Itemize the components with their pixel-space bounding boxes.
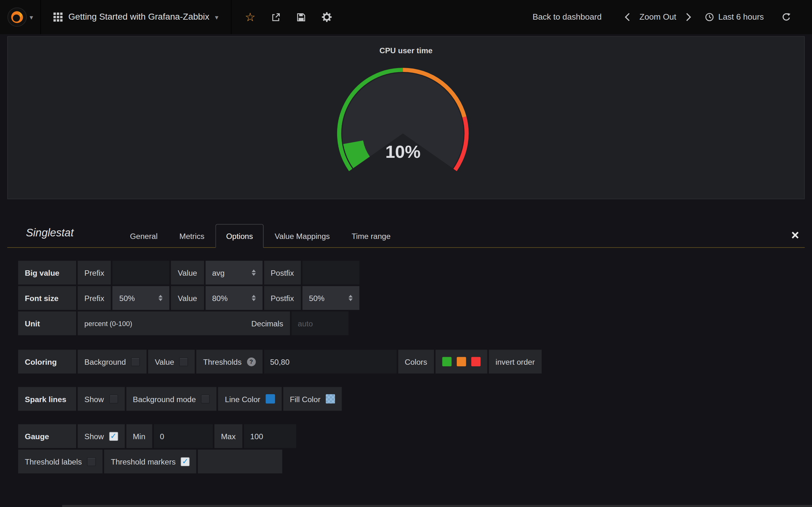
big-value-stat-select[interactable]: avg [206, 261, 263, 285]
select-caret-icon [252, 295, 256, 301]
tab-time-range[interactable]: Time range [341, 224, 402, 248]
big-value-row: Big value Prefix Value avg Postfix [18, 261, 359, 285]
threshold-markers-cell: Threshold markers ✓ [104, 450, 196, 473]
spark-background-mode-cell: Background mode [126, 387, 217, 411]
dashboard-title-dropdown[interactable]: Getting Started with Grafana-Zabbix ▾ [41, 0, 231, 34]
refresh-button[interactable] [781, 12, 792, 22]
big-value-postfix-label: Postfix [264, 261, 301, 285]
gauge-min-input[interactable] [160, 432, 206, 441]
coloring-row-label: Coloring [18, 350, 76, 374]
close-editor-button[interactable] [789, 229, 801, 240]
colors-label-cell: Colors [398, 350, 434, 374]
gauge-value-text: 10% [325, 142, 480, 162]
empty-filler-cell [198, 450, 282, 473]
tab-value-mappings[interactable]: Value Mappings [264, 224, 341, 248]
decimals-input-cell [292, 312, 349, 335]
save-dashboard-button[interactable] [296, 12, 306, 22]
star-icon: ☆ [245, 11, 256, 23]
star-dashboard-button[interactable]: ☆ [245, 11, 256, 23]
coloring-value-cell: Value [148, 350, 195, 374]
thresholds-label-cell: Thresholds ? [196, 350, 262, 374]
gauge-show-cell: Show ✓ [78, 424, 125, 448]
save-icon [296, 12, 306, 22]
big-value-row-label: Big value [18, 261, 76, 285]
gauge-row: Gauge Show ✓ Min Max [18, 424, 296, 448]
gauge-min-input-cell [154, 424, 212, 448]
threshold-toggles-row: Threshold labels Threshold markers ✓ [18, 450, 296, 473]
big-value-postfix-input[interactable] [308, 268, 353, 277]
threshold-color-swatch-orange[interactable] [457, 357, 466, 366]
spark-fill-color-cell: Fill Color [283, 387, 342, 411]
spark-background-mode-checkbox[interactable] [201, 395, 210, 403]
share-dashboard-button[interactable] [271, 12, 281, 22]
grafana-app: ▾ Getting Started with Grafana-Zabbix ▾ … [0, 0, 812, 507]
chevron-right-icon [686, 12, 692, 21]
tab-general[interactable]: General [119, 224, 169, 248]
coloring-value-checkbox[interactable] [179, 357, 188, 366]
dashboard-settings-button[interactable] [322, 12, 332, 22]
decimals-input[interactable] [298, 319, 342, 328]
font-size-postfix-label: Postfix [264, 286, 301, 310]
spark-lines-row-label: Spark lines [18, 387, 76, 411]
spark-show-cell: Show [78, 387, 125, 411]
help-icon[interactable]: ? [247, 357, 256, 366]
fill-color-swatch[interactable] [326, 394, 335, 403]
font-size-row: Font size Prefix 50% Value 80% Postfix 5… [18, 286, 359, 310]
gauge-max-input[interactable] [250, 432, 290, 441]
threshold-markers-checkbox[interactable]: ✓ [181, 457, 190, 466]
gauge-show-checkbox[interactable]: ✓ [109, 432, 118, 441]
time-shift-left-button[interactable] [624, 12, 630, 21]
select-caret-icon [159, 295, 163, 301]
time-range-label: Last 6 hours [718, 12, 764, 21]
font-size-postfix-select[interactable]: 50% [302, 286, 359, 310]
tab-metrics[interactable]: Metrics [168, 224, 215, 248]
dashboard-title: Getting Started with Grafana-Zabbix [68, 12, 209, 22]
singlestat-panel: CPU user time 10% [7, 36, 805, 199]
gauge-options-group: Gauge Show ✓ Min Max Threshold labels Th… [18, 424, 296, 473]
zoom-out-button[interactable]: Zoom Out [640, 12, 676, 21]
share-icon [271, 12, 281, 22]
font-size-prefix-select[interactable]: 50% [113, 286, 170, 310]
big-value-prefix-label: Prefix [78, 261, 111, 285]
coloring-background-checkbox[interactable] [131, 357, 140, 366]
panel-type-title: Singlestat [26, 227, 74, 239]
chevron-left-icon [624, 12, 630, 21]
next-section-edge [62, 505, 812, 507]
big-value-prefix-input[interactable] [119, 268, 163, 277]
coloring-row: Coloring Background Value Thresholds ? C… [18, 350, 542, 374]
spark-lines-group: Spark lines Show Background mode Line Co… [18, 387, 342, 411]
panel-editor-header: Singlestat General Metrics Options Value… [7, 222, 805, 248]
gauge-min-label: Min [126, 424, 152, 448]
threshold-color-swatch-green[interactable] [442, 357, 451, 366]
time-shift-right-button[interactable] [686, 12, 692, 21]
big-value-prefix-input-cell [113, 261, 170, 285]
threshold-color-swatch-red[interactable] [471, 357, 480, 366]
logo-dropdown-caret-icon: ▾ [30, 14, 33, 20]
refresh-icon [781, 12, 792, 22]
dashboard-grid-icon [53, 12, 62, 21]
coloring-group: Coloring Background Value Thresholds ? C… [18, 350, 542, 374]
unit-picker[interactable]: percent (0-100) [84, 320, 132, 327]
panel-title[interactable]: CPU user time [8, 46, 804, 55]
spark-line-color-cell: Line Color [218, 387, 282, 411]
navbar-actions: ☆ [245, 11, 332, 23]
threshold-labels-cell: Threshold labels [18, 450, 102, 473]
big-value-value-label: Value [171, 261, 204, 285]
tab-options[interactable]: Options [215, 224, 264, 248]
time-range-picker[interactable]: Last 6 hours [705, 12, 764, 21]
line-color-swatch[interactable] [265, 394, 275, 403]
coloring-background-cell: Background [78, 350, 147, 374]
unit-row: Unit percent (0-100) Decimals [18, 312, 359, 335]
clock-icon [705, 12, 714, 21]
thresholds-input[interactable] [270, 357, 390, 366]
unit-row-label: Unit [18, 312, 76, 335]
back-to-dashboard-button[interactable]: Back to dashboard [532, 12, 602, 21]
spark-show-checkbox[interactable] [109, 395, 118, 403]
invert-order-button[interactable]: invert order [489, 350, 542, 374]
gauge-row-label: Gauge [18, 424, 76, 448]
color-swatches-cell [436, 350, 487, 374]
font-size-value-select[interactable]: 80% [206, 286, 263, 310]
threshold-labels-checkbox[interactable] [87, 457, 96, 466]
grafana-logo-button[interactable]: ▾ [0, 0, 41, 34]
gear-icon [322, 12, 332, 22]
